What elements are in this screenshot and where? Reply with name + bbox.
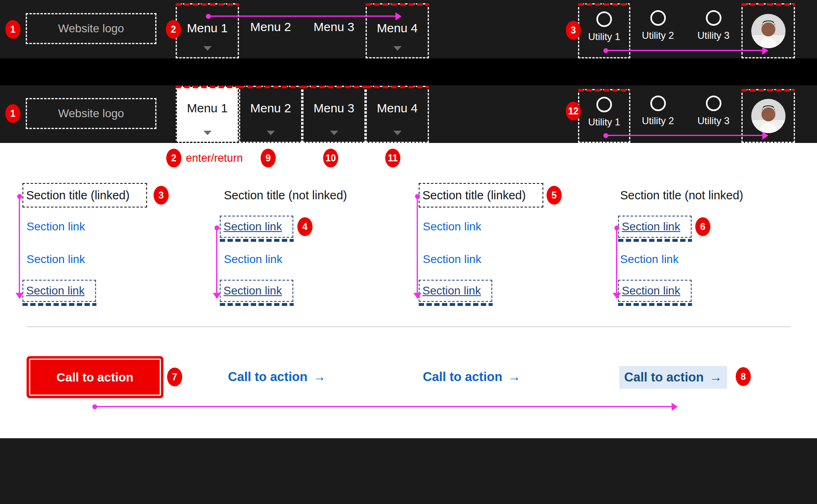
section-link-label: Section link	[223, 284, 282, 297]
nav-menu-4-label: Menu 4	[367, 99, 428, 117]
utility-1-label: Utility 1	[588, 116, 621, 128]
chevron-down-icon	[393, 131, 402, 135]
annotation-badge-title3: 5	[547, 186, 562, 205]
section-link-label: Section link	[26, 284, 85, 297]
annotation-badge-logo: 1	[5, 20, 20, 39]
utility-1-label: Utility 1	[588, 31, 621, 42]
section-title-linked-3[interactable]: Section title (linked)	[419, 183, 543, 207]
annotation-badge-menu3: 10	[323, 149, 338, 167]
arrow-right-icon: →	[508, 370, 521, 384]
annotation-badge-menu: 2	[166, 20, 181, 39]
section-link-focused[interactable]: Section link	[618, 216, 692, 238]
section-link[interactable]: Section link	[27, 248, 85, 271]
section-title-not-linked-2: Section title (not linked)	[224, 183, 347, 207]
utility-circle-icon	[706, 10, 721, 26]
footer-bar	[0, 438, 817, 504]
panel-divider	[27, 326, 790, 327]
avatar-image	[751, 14, 786, 48]
tab-order-arrow-cta	[94, 406, 672, 407]
enter-return-hint: enter/return	[186, 149, 243, 167]
call-to-action-link-focused[interactable]: Call to action →	[619, 366, 727, 389]
annotation-badge-cta-button: 7	[167, 368, 182, 386]
arrow-right-icon: →	[313, 370, 326, 384]
keyboard-navigation-spec: 1 Website logo Menu 1 Menu 2 Menu 3 Menu…	[0, 0, 817, 504]
nav-menu-3[interactable]: Menu 3	[302, 3, 366, 58]
utility-circle-icon	[706, 96, 721, 111]
section-title-not-linked-4: Section title (not linked)	[620, 183, 743, 207]
nav-menu-3-label: Menu 3	[304, 99, 364, 117]
section-link-focused[interactable]: Section link	[618, 280, 692, 302]
nav-menu-1[interactable]: Menu 1	[176, 3, 239, 58]
nav-menu-1-label: Menu 1	[177, 99, 238, 117]
nav-menu-1-label: Menu 1	[177, 19, 238, 37]
tab-order-arrow-utilities	[605, 50, 763, 51]
utility-2-label: Utility 2	[642, 115, 674, 127]
annotation-badge-enter: 2	[166, 149, 181, 167]
primary-masthead: 1 Website logo Menu 1 Menu 2 Menu 3 Menu…	[0, 0, 817, 58]
tab-order-arrow-utilities-expanded	[605, 135, 763, 136]
call-to-action-link-label: Call to action	[228, 370, 308, 384]
section-link[interactable]: Section link	[27, 215, 85, 238]
chevron-down-icon	[330, 131, 338, 135]
nav-menu-4-expanded[interactable]: Menu 4	[366, 86, 429, 143]
call-to-action-link-1[interactable]: Call to action →	[228, 366, 326, 388]
call-to-action-link-label: Call to action	[423, 370, 502, 384]
nav-menu-4-label: Menu 4	[367, 19, 428, 37]
section-link-label: Section link	[422, 284, 481, 297]
section-link-focused[interactable]: Section link	[220, 216, 293, 238]
call-to-action-button-label: Call to action	[56, 370, 133, 384]
section-link-label: Section link	[622, 284, 680, 297]
section-title-linked-1[interactable]: Section title (linked)	[22, 183, 147, 207]
section-link-label: Section link	[622, 220, 680, 233]
annotation-badge-menu2: 9	[261, 149, 276, 167]
section-link[interactable]: Section link	[620, 248, 679, 271]
section-link[interactable]: Section link	[224, 248, 282, 271]
column-tab-arrow	[216, 227, 217, 293]
annotation-badge-utility-expanded: 12	[566, 102, 581, 120]
nav-menu-3-label: Menu 3	[302, 18, 366, 36]
arrow-right-icon: →	[710, 370, 722, 385]
section-link[interactable]: Section link	[423, 215, 481, 238]
chevron-down-icon	[203, 131, 212, 135]
section-link-label: Section link	[223, 220, 282, 233]
nav-menu-1-expanded[interactable]: Menu 1	[176, 86, 239, 143]
avatar-image	[751, 99, 786, 133]
spacer-gap	[0, 58, 817, 85]
nav-menu-2[interactable]: Menu 2	[239, 3, 302, 58]
website-logo[interactable]: Website logo	[26, 98, 156, 129]
annotation-badge-utility: 3	[566, 21, 581, 40]
call-to-action-button[interactable]: Call to action	[27, 356, 163, 398]
annotation-badge-link4: 6	[695, 217, 710, 236]
column-tab-arrow	[19, 195, 20, 293]
chevron-down-icon	[267, 131, 275, 135]
column-tab-arrow	[616, 227, 617, 293]
utility-2-label: Utility 2	[642, 30, 674, 41]
section-link-focused[interactable]: Section link	[419, 280, 492, 302]
nav-menu-2-label: Menu 2	[239, 18, 302, 36]
section-link-focused[interactable]: Section link	[22, 280, 96, 302]
chevron-down-icon	[203, 46, 212, 51]
utility-circle-icon	[650, 96, 666, 111]
chevron-down-icon	[393, 46, 402, 51]
nav-menu-3-expanded[interactable]: Menu 3	[302, 86, 366, 143]
nav-menu-2-expanded[interactable]: Menu 2	[239, 86, 302, 143]
utility-3-label: Utility 3	[697, 115, 730, 127]
annotation-badge-link2: 4	[297, 217, 313, 236]
column-tab-arrow	[417, 195, 418, 293]
utility-circle-icon	[596, 97, 612, 112]
call-to-action-link-label: Call to action	[624, 370, 704, 385]
section-link[interactable]: Section link	[423, 248, 481, 271]
annotation-badge-logo-expanded: 1	[5, 104, 20, 123]
call-to-action-link-2[interactable]: Call to action →	[423, 366, 521, 388]
annotation-badge-title1: 3	[154, 186, 169, 205]
annotation-badge-menu4: 11	[385, 149, 400, 167]
utility-3-label: Utility 3	[697, 30, 730, 41]
website-logo[interactable]: Website logo	[26, 13, 156, 44]
utility-circle-icon	[650, 10, 666, 26]
tab-order-arrow-menus	[207, 16, 396, 17]
nav-menu-4[interactable]: Menu 4	[366, 3, 429, 58]
nav-menu-2-label: Menu 2	[240, 99, 301, 117]
section-link-focused[interactable]: Section link	[220, 280, 293, 302]
annotation-badge-cta-link: 8	[736, 367, 751, 386]
utility-circle-icon	[596, 11, 612, 27]
